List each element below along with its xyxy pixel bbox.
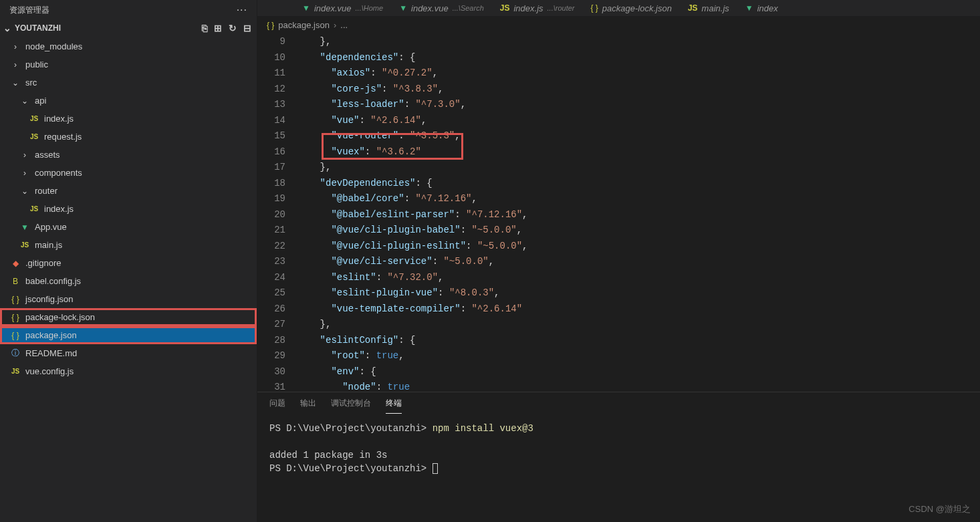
json-icon: { } [590,3,598,13]
tab-index.vue[interactable]: ▼index.vue...\Search [391,0,492,16]
panel-tab-3[interactable]: 终端 [386,398,402,414]
editor-tabs: ▼index.vue...\Home▼index.vue...\SearchJS… [257,0,980,16]
cursor-icon [433,463,438,474]
line-number: 10 [257,50,285,66]
code-line[interactable]: "eslintConfig": { [297,333,980,349]
chevron-right-icon: › [9,42,21,51]
vue-icon: ▼ [399,3,407,13]
panel-tab-2[interactable]: 调试控制台 [331,398,371,414]
tree-item-components[interactable]: ›components [0,164,257,182]
code-line[interactable]: "root": true, [297,348,980,364]
project-header[interactable]: ⌄ YOUTANZHI ⎘ ⊞ ↻ ⊟ [0,20,257,36]
tree-item-README-md[interactable]: ⓘREADME.md [0,344,257,362]
code-line[interactable]: "devDependencies": { [297,176,980,192]
git-icon: ◆ [9,259,21,268]
js-icon: JS [28,133,40,140]
line-number: 13 [257,97,285,113]
chevron-right-icon: › [334,20,336,30]
tree-item-package-lock-json[interactable]: { }package-lock.json [0,308,257,326]
code-line[interactable]: "less-loader": "^7.3.0", [297,97,980,113]
tab-main.js[interactable]: JSmain.js [680,0,737,16]
js-icon: JS [19,241,31,249]
panel-tab-0[interactable]: 问题 [269,398,285,414]
code-line[interactable]: "@vue/cli-plugin-babel": "~5.0.0", [297,223,980,239]
code-line[interactable]: "@babel/eslint-parser": "^7.12.16", [297,207,980,223]
tree-item-index-js[interactable]: JSindex.js [0,110,257,128]
code-line[interactable]: "vue-template-compiler": "^2.6.14" [297,301,980,317]
tree-label: README.md [25,348,77,358]
tree-label: api [35,96,46,106]
tree-item-node_modules[interactable]: ›node_modules [0,37,257,55]
tree-item-index-js[interactable]: JSindex.js [0,200,257,218]
tab-index[interactable]: ▼index [737,0,786,16]
line-number: 11 [257,66,285,82]
line-number: 29 [257,348,285,364]
code-line[interactable]: "vue": "^2.6.14", [297,113,980,129]
code-content[interactable]: }, "dependencies": { "axios": "^0.27.2",… [297,34,980,392]
tab-index.js[interactable]: JSindex.js...\router [492,0,583,16]
new-folder-icon[interactable]: ⊞ [214,23,222,33]
tab-name: main.js [702,3,729,13]
json-icon: { } [267,21,274,30]
tree-item-main-js[interactable]: JSmain.js [0,236,257,254]
tab-name: index [757,3,778,13]
chevron-right-icon: › [19,168,31,178]
tree-item-package-json[interactable]: { }package.json [0,326,257,344]
code-editor[interactable]: 9101112131415161718192021222324252627282… [257,34,980,392]
panel-tab-1[interactable]: 输出 [300,398,316,414]
vue-icon: ▼ [302,3,310,13]
code-line[interactable]: "@vue/cli-service": "~5.0.0", [297,254,980,270]
code-line[interactable]: "node": true [297,380,980,392]
code-line[interactable]: "core-js": "^3.8.3", [297,82,980,98]
tab-name: index.vue [314,3,352,13]
collapse-icon[interactable]: ⊟ [243,23,251,33]
code-line[interactable]: "dependencies": { [297,50,980,66]
more-icon[interactable]: ··· [237,4,247,16]
line-number: 27 [257,317,285,333]
breadcrumb[interactable]: { } package.json › ... [257,16,980,34]
line-number: 25 [257,285,285,301]
code-line[interactable]: }, [297,317,980,333]
tree-label: request.js [44,132,82,142]
tree-item-api[interactable]: ⌄api [0,92,257,110]
tree-item-src[interactable]: ⌄src [0,74,257,92]
code-line[interactable]: "eslint": "^7.32.0", [297,270,980,286]
tree-item-App-vue[interactable]: ▼App.vue [0,218,257,236]
babel-icon: B [9,277,21,286]
tab-index.vue[interactable]: ▼index.vue...\Home [294,0,391,16]
chevron-down-icon: ⌄ [19,186,31,196]
code-line[interactable]: "axios": "^0.27.2", [297,66,980,82]
tree-label: node_modules [25,41,82,51]
tree-item-jsconfig-json[interactable]: { }jsconfig.json [0,290,257,308]
tree-label: main.js [35,240,62,250]
tree-item-public[interactable]: ›public [0,55,257,74]
chevron-down-icon: ⌄ [3,23,12,33]
tree-item-vue-config-js[interactable]: JSvue.config.js [0,362,257,380]
info-icon: ⓘ [9,348,21,359]
code-line[interactable]: }, [297,34,980,50]
tree-label: router [35,186,57,196]
code-line[interactable]: "vuex": "^3.6.2" [297,144,980,160]
refresh-icon[interactable]: ↻ [229,23,237,33]
tab-name: package-lock.json [602,3,672,13]
code-line[interactable]: "@babel/core": "^7.12.16", [297,191,980,207]
tree-item-router[interactable]: ⌄router [0,182,257,200]
tree-label: src [25,78,37,88]
line-number: 18 [257,176,285,192]
terminal[interactable]: PS D:\Vue\Project\youtanzhi> npm install… [257,414,980,522]
tree-item--gitignore[interactable]: ◆.gitignore [0,254,257,272]
tab-path: ...\Home [356,4,384,12]
code-line[interactable]: "@vue/cli-plugin-eslint": "~5.0.0", [297,239,980,255]
tab-package-lock.json[interactable]: { }package-lock.json [582,0,679,16]
tab-path: ...\router [547,4,575,12]
code-line[interactable]: }, [297,160,980,176]
code-line[interactable]: "vue-router": "^3.5.3", [297,128,980,144]
line-number: 21 [257,223,285,239]
code-line[interactable]: "eslint-plugin-vue": "^8.0.3", [297,285,980,301]
code-line[interactable]: "env": { [297,364,980,380]
tree-item-babel-config-js[interactable]: Bbabel.config.js [0,272,257,290]
tree-item-assets[interactable]: ›assets [0,146,257,164]
tree-item-request-js[interactable]: JSrequest.js [0,128,257,146]
chevron-down-icon: ⌄ [9,78,21,88]
new-file-icon[interactable]: ⎘ [202,23,207,33]
